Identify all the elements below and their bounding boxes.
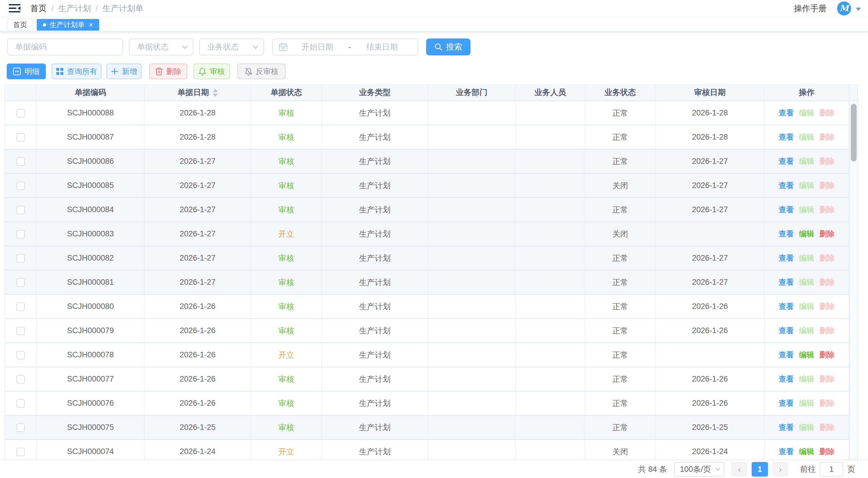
row-view-link[interactable]: 查看 [779, 326, 794, 335]
row-checkbox[interactable] [16, 399, 25, 408]
cell-biz-status: 正常 [585, 391, 655, 415]
row-delete-link[interactable]: 删除 [819, 447, 835, 456]
next-page-button[interactable]: › [772, 462, 788, 477]
row-view-link[interactable]: 查看 [779, 399, 794, 407]
row-view-link[interactable]: 查看 [779, 350, 794, 359]
scrollbar-thumb[interactable] [851, 104, 857, 162]
row-edit-link[interactable]: 编辑 [799, 157, 814, 166]
row-view-link[interactable]: 查看 [779, 447, 794, 456]
query-all-button[interactable]: 查询所有 [52, 64, 101, 79]
row-view-link[interactable]: 查看 [779, 133, 794, 141]
row-view-link[interactable]: 查看 [779, 423, 794, 432]
prev-page-button[interactable]: ‹ [731, 462, 748, 477]
row-edit-link[interactable]: 编辑 [799, 133, 814, 141]
row-view-link[interactable]: 查看 [779, 157, 794, 166]
row-view-link[interactable]: 查看 [779, 181, 794, 190]
row-edit-link[interactable]: 编辑 [799, 205, 814, 214]
breadcrumb-home[interactable]: 首页 [30, 3, 46, 14]
date-range-picker[interactable]: 开始日期 - 结束日期 [272, 38, 418, 56]
row-edit-link[interactable]: 编辑 [799, 350, 814, 359]
tab-home[interactable]: 首页 [7, 19, 33, 31]
row-view-link[interactable]: 查看 [779, 108, 794, 117]
row-edit-link[interactable]: 编辑 [799, 278, 814, 286]
row-delete-link[interactable]: 删除 [819, 399, 835, 407]
row-delete-link[interactable]: 删除 [819, 326, 835, 335]
doc-code-placeholder: 单据编码 [15, 42, 46, 52]
row-checkbox[interactable] [16, 303, 25, 311]
current-page-button[interactable]: 1 [752, 462, 768, 477]
tab-production-plan[interactable]: 生产计划单 × [37, 19, 99, 31]
date-end-placeholder[interactable]: 结束日期 [352, 42, 412, 52]
row-edit-link[interactable]: 编辑 [799, 253, 814, 262]
row-view-link[interactable]: 查看 [779, 229, 794, 238]
cell-biz-type: 生产计划 [322, 246, 428, 270]
row-delete-link[interactable]: 删除 [819, 253, 835, 262]
row-edit-link[interactable]: 编辑 [799, 326, 814, 335]
row-checkbox[interactable] [16, 448, 25, 456]
row-edit-link[interactable]: 编辑 [799, 229, 814, 238]
delete-button[interactable]: 删除 [149, 64, 187, 79]
row-view-link[interactable]: 查看 [779, 205, 794, 214]
row-edit-link[interactable]: 编辑 [799, 423, 814, 432]
row-delete-link[interactable]: 删除 [819, 205, 835, 214]
sort-carets-icon[interactable] [213, 89, 218, 97]
row-delete-link[interactable]: 删除 [819, 423, 835, 432]
row-checkbox[interactable] [16, 375, 25, 383]
cell-doc-status: 审核 [251, 149, 322, 173]
row-checkbox[interactable] [16, 351, 25, 360]
row-view-link[interactable]: 查看 [779, 278, 794, 286]
row-delete-link[interactable]: 删除 [819, 157, 835, 166]
detail-button[interactable]: 明细 [7, 64, 46, 79]
column-header-label: 业务类型 [359, 88, 391, 97]
row-checkbox[interactable] [16, 327, 25, 335]
breadcrumb-mid[interactable]: 生产计划 [58, 3, 91, 14]
row-view-link[interactable]: 查看 [779, 375, 794, 383]
avatar-caret-down-icon[interactable] [856, 8, 861, 11]
row-view-link[interactable]: 查看 [779, 253, 794, 262]
cell-actions: 查看编辑删除 [765, 198, 849, 222]
row-checkbox[interactable] [16, 278, 25, 287]
vertical-scrollbar[interactable] [849, 84, 858, 460]
row-checkbox[interactable] [16, 133, 25, 142]
goto-page-input[interactable]: 1 [820, 462, 843, 477]
unaudit-button[interactable]: 反审核 [238, 64, 285, 79]
biz-status-select[interactable]: 业务状态 [199, 38, 264, 56]
row-delete-link[interactable]: 删除 [819, 108, 835, 117]
row-checkbox[interactable] [16, 158, 25, 166]
sidebar-collapse-icon[interactable] [9, 3, 21, 13]
row-checkbox[interactable] [16, 254, 25, 263]
row-delete-link[interactable]: 删除 [819, 278, 835, 286]
row-checkbox[interactable] [16, 206, 25, 214]
row-view-link[interactable]: 查看 [779, 302, 794, 311]
cell-biz-status: 关闭 [585, 173, 655, 198]
row-checkbox[interactable] [16, 181, 25, 190]
row-checkbox[interactable] [16, 423, 25, 432]
search-button[interactable]: 搜索 [426, 38, 470, 56]
doc-code-input[interactable]: 单据编码 [7, 38, 123, 56]
row-delete-link[interactable]: 删除 [819, 181, 835, 190]
row-delete-link[interactable]: 删除 [819, 229, 835, 238]
page-size-select[interactable]: 100条/页 [674, 462, 724, 477]
audit-button[interactable]: 审核 [193, 64, 230, 79]
row-checkbox[interactable] [16, 230, 25, 238]
row-edit-link[interactable]: 编辑 [799, 302, 814, 311]
user-manual-link[interactable]: 操作手册 [794, 3, 827, 14]
row-edit-link[interactable]: 编辑 [799, 447, 814, 456]
avatar[interactable]: M [837, 1, 851, 15]
row-edit-link[interactable]: 编辑 [799, 108, 814, 117]
row-checkbox[interactable] [16, 109, 25, 117]
row-edit-link[interactable]: 编辑 [799, 375, 814, 383]
page-size-value: 100条/页 [680, 464, 711, 475]
row-delete-link[interactable]: 删除 [819, 133, 835, 141]
row-edit-link[interactable]: 编辑 [799, 181, 814, 190]
row-edit-link[interactable]: 编辑 [799, 399, 814, 407]
cell-biz-status: 正常 [585, 270, 655, 295]
row-delete-link[interactable]: 删除 [819, 350, 835, 359]
tab-close-icon[interactable]: × [89, 21, 93, 29]
row-delete-link[interactable]: 删除 [819, 375, 835, 383]
breadcrumb: 首页 / 生产计划 / 生产计划单 [30, 3, 144, 14]
doc-status-select[interactable]: 单据状态 [129, 38, 193, 56]
row-delete-link[interactable]: 删除 [819, 302, 835, 311]
add-button[interactable]: 新增 [106, 64, 142, 79]
date-start-placeholder[interactable]: 开始日期 [287, 42, 347, 52]
